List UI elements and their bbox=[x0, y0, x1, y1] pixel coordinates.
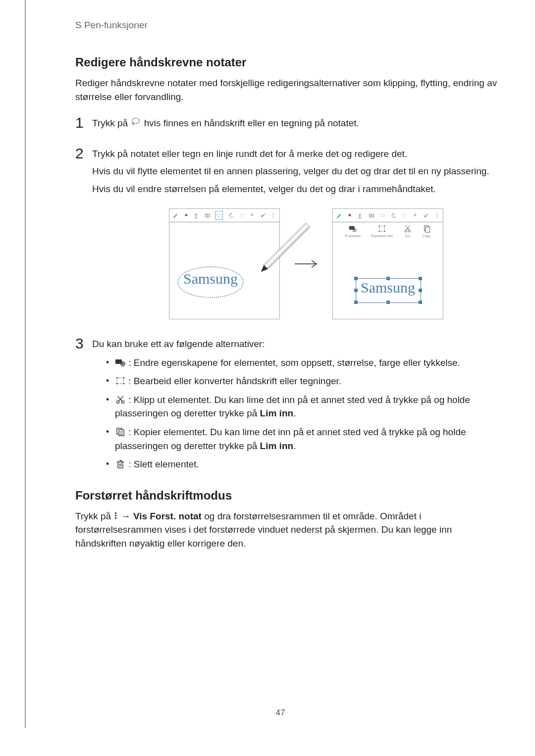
undo-icon bbox=[228, 212, 234, 219]
save-icon bbox=[249, 212, 255, 219]
svg-text:T: T bbox=[195, 213, 198, 218]
svg-rect-41 bbox=[115, 515, 116, 516]
svg-point-4 bbox=[217, 214, 221, 217]
svg-point-22 bbox=[378, 231, 379, 232]
section1-intro: Rediger håndskrevne notater med forskjel… bbox=[75, 76, 500, 103]
redo-icon bbox=[239, 212, 245, 219]
step-number: 1 bbox=[75, 115, 92, 130]
pen-icon bbox=[172, 212, 178, 219]
step-number: 3 bbox=[75, 336, 92, 351]
edit-toolbar: Properties Transform into Cut bbox=[333, 222, 443, 246]
svg-point-20 bbox=[378, 226, 379, 227]
svg-point-13 bbox=[380, 214, 385, 217]
svg-point-5 bbox=[273, 213, 273, 214]
scissors-icon bbox=[115, 394, 126, 403]
step2-sub2: Hvis du vil endre størrelsen på elemente… bbox=[92, 182, 500, 196]
option-cut: : Klipp ut elementet. Du kan lime det in… bbox=[106, 393, 500, 420]
options-list: : Endre egenskapene for elementet, som o… bbox=[92, 356, 500, 471]
svg-point-6 bbox=[273, 215, 273, 216]
svg-rect-40 bbox=[115, 512, 116, 514]
heading-edit-notes: Redigere håndskrevne notater bbox=[75, 55, 500, 69]
cut-button: Cut bbox=[403, 224, 412, 238]
svg-point-3 bbox=[207, 215, 208, 217]
svg-point-21 bbox=[384, 226, 385, 227]
save-icon bbox=[412, 212, 418, 219]
svg-point-25 bbox=[408, 230, 411, 233]
svg-point-33 bbox=[116, 383, 118, 385]
properties-button: Properties bbox=[345, 224, 361, 238]
svg-point-12 bbox=[371, 215, 373, 217]
svg-point-14 bbox=[436, 213, 437, 214]
handwriting-sample: Samsung bbox=[361, 279, 415, 296]
edit-illustration: T Samsung bbox=[112, 208, 500, 319]
svg-point-7 bbox=[273, 217, 273, 217]
properties-icon bbox=[115, 357, 126, 366]
svg-point-31 bbox=[116, 377, 118, 379]
svg-rect-17 bbox=[349, 226, 355, 230]
redo-icon bbox=[401, 212, 407, 219]
page-number: 47 bbox=[26, 708, 535, 718]
svg-point-32 bbox=[123, 377, 125, 379]
eraser-icon bbox=[183, 212, 189, 219]
svg-rect-30 bbox=[117, 378, 124, 384]
toolbar: T bbox=[333, 209, 443, 222]
camera-icon bbox=[369, 212, 374, 219]
trash-icon bbox=[115, 458, 126, 467]
step3-text: Du kan bruke ett av følgende alternative… bbox=[92, 337, 500, 351]
step2-text: Trykk på notatet eller tegn en linje run… bbox=[92, 147, 500, 161]
step2-sub1: Hvis du vil flytte elementet til en anne… bbox=[92, 164, 500, 178]
check-icon bbox=[423, 212, 429, 219]
svg-point-34 bbox=[123, 383, 125, 385]
copy-button: Copy bbox=[422, 224, 431, 238]
text-icon: T bbox=[194, 212, 200, 219]
step-number: 2 bbox=[75, 146, 92, 161]
svg-text:T: T bbox=[359, 213, 362, 218]
eraser-icon bbox=[347, 212, 353, 219]
svg-point-0 bbox=[132, 118, 140, 124]
svg-point-15 bbox=[436, 215, 437, 216]
svg-rect-8 bbox=[264, 223, 310, 269]
text-icon: T bbox=[358, 212, 364, 219]
chapter-title: S Pen-funksjoner bbox=[75, 20, 500, 31]
svg-rect-27 bbox=[426, 227, 429, 233]
screen-after: T Properties bbox=[332, 208, 443, 319]
option-transform: : Bearbeid eller konverter håndskrift el… bbox=[106, 374, 500, 388]
page: S Pen-funksjoner Redigere håndskrevne no… bbox=[25, 0, 535, 728]
check-icon bbox=[260, 212, 266, 219]
option-copy: : Kopier elementet. Du kan lime det inn … bbox=[106, 425, 500, 453]
option-properties: : Endre egenskapene for elementet, som o… bbox=[106, 356, 500, 370]
svg-rect-42 bbox=[115, 517, 116, 519]
step1-text: Trykk på hvis finnes en håndskrift eller… bbox=[92, 116, 500, 130]
svg-rect-19 bbox=[379, 226, 384, 232]
transform-icon bbox=[115, 375, 126, 384]
more-icon bbox=[434, 212, 440, 219]
svg-rect-2 bbox=[205, 214, 210, 217]
svg-point-24 bbox=[405, 230, 407, 233]
section2-text: Trykk på → Vis Forst. notat og dra forst… bbox=[75, 509, 500, 551]
option-delete: : Slett elementet. bbox=[106, 457, 500, 471]
svg-point-16 bbox=[436, 217, 437, 218]
heading-magnified-mode: Forstørret håndskriftmodus bbox=[75, 489, 500, 503]
lasso-tool-icon bbox=[379, 212, 385, 219]
more-vert-icon bbox=[113, 510, 118, 519]
svg-point-23 bbox=[384, 231, 385, 232]
lasso-tool-icon bbox=[215, 211, 223, 220]
pen-icon bbox=[336, 212, 342, 219]
svg-rect-11 bbox=[370, 214, 374, 217]
more-icon bbox=[270, 212, 276, 219]
copy-icon bbox=[115, 426, 126, 435]
steps-list: 1 Trykk på hvis finnes en håndskrift ell… bbox=[75, 115, 500, 476]
lasso-select-icon bbox=[130, 116, 141, 125]
transform-button: Transform into bbox=[371, 224, 393, 238]
stylus-icon bbox=[245, 218, 315, 288]
handwriting-sample: Samsung bbox=[183, 270, 238, 287]
camera-icon bbox=[205, 212, 211, 219]
undo-icon bbox=[390, 212, 396, 219]
